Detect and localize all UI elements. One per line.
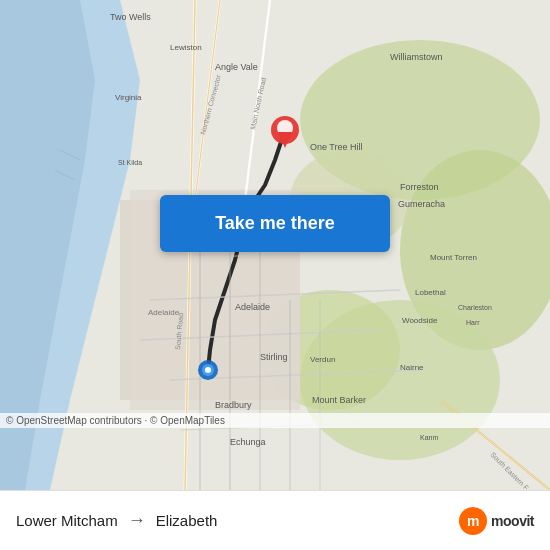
svg-text:Lobethal: Lobethal	[415, 288, 446, 297]
moovit-logo-icon: m	[459, 507, 487, 535]
map-container: Two Wells Lewiston Angle Vale Virginia W…	[0, 0, 550, 490]
route-info: Lower Mitcham → Elizabeth	[16, 510, 459, 531]
svg-text:Harr: Harr	[466, 319, 480, 326]
svg-text:Verdun: Verdun	[310, 355, 335, 364]
take-me-there-overlay: Take me there	[160, 195, 390, 252]
bottom-bar: Lower Mitcham → Elizabeth m moovit	[0, 490, 550, 550]
moovit-logo-text: moovit	[491, 513, 534, 529]
svg-text:Mount Torren: Mount Torren	[430, 253, 477, 262]
take-me-there-button[interactable]: Take me there	[160, 195, 390, 252]
svg-text:Nairne: Nairne	[400, 363, 424, 372]
svg-text:Lewiston: Lewiston	[170, 43, 202, 52]
svg-text:Kanm: Kanm	[420, 434, 438, 441]
svg-text:Woodside: Woodside	[402, 316, 438, 325]
arrow-icon: →	[128, 510, 146, 531]
svg-text:Adelaide: Adelaide	[148, 308, 180, 317]
svg-text:Charleston: Charleston	[458, 304, 492, 311]
svg-text:Echunga: Echunga	[230, 437, 266, 447]
svg-text:Forreston: Forreston	[400, 182, 439, 192]
svg-text:St Kilda: St Kilda	[118, 159, 142, 166]
svg-text:Angle Vale: Angle Vale	[215, 62, 258, 72]
moovit-logo: m moovit	[459, 507, 534, 535]
svg-text:Williamstown: Williamstown	[390, 52, 443, 62]
svg-text:Bradbury: Bradbury	[215, 400, 252, 410]
svg-text:Stirling: Stirling	[260, 352, 288, 362]
svg-text:One Tree Hill: One Tree Hill	[310, 142, 363, 152]
svg-text:Virginia: Virginia	[115, 93, 142, 102]
svg-point-61	[205, 367, 211, 373]
origin-label: Lower Mitcham	[16, 512, 118, 529]
svg-text:Two Wells: Two Wells	[110, 12, 151, 22]
svg-text:Mount Barker: Mount Barker	[312, 395, 366, 405]
destination-label: Elizabeth	[156, 512, 218, 529]
svg-text:Gumeracha: Gumeracha	[398, 199, 445, 209]
svg-text:Adelaide: Adelaide	[235, 302, 270, 312]
map-attribution: © OpenStreetMap contributors · © OpenMap…	[0, 413, 550, 428]
